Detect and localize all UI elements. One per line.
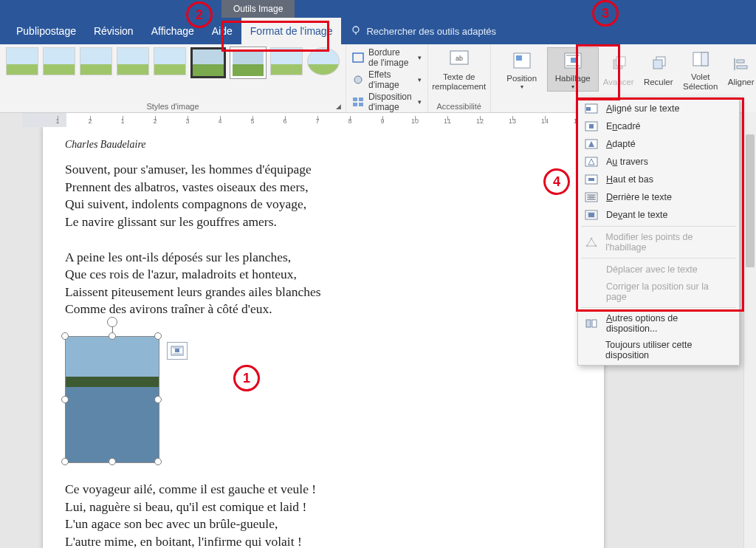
picture-effects-button[interactable]: Effets d'image▾ [352,69,422,90]
wrap-text-menu: AAligné sur le texteligné sur le texte E… [577,97,740,366]
svg-text:ab: ab [456,55,463,62]
svg-rect-48 [588,213,594,217]
resize-handle-br[interactable] [154,458,162,465]
author-line: Charles Baudelaire [65,139,582,151]
send-backward-button[interactable]: Reculer [639,47,678,92]
menu-front[interactable]: Devant le texte [578,206,739,224]
menu-behind[interactable]: Derrière le texte [578,188,739,206]
tab-publipostage[interactable]: Publipostage [7,18,85,44]
menu-through[interactable]: Au travers [578,153,739,171]
wrap-tight-icon [584,138,599,150]
picture-style-3[interactable] [80,47,112,75]
align-button[interactable]: Aligner [723,47,756,92]
svg-rect-17 [616,57,625,66]
menu-tight[interactable]: Adapté [578,135,739,153]
position-button[interactable]: Position▾ [497,47,547,92]
svg-rect-7 [359,103,363,106]
menu-inline[interactable]: AAligné sur le texteligné sur le texte [578,100,739,117]
layout-options-button[interactable] [167,342,188,360]
wrap-inline-icon [584,103,599,114]
rotate-handle[interactable] [107,317,117,327]
menu-more-layout-options[interactable]: Autres options de disposition... [578,310,739,337]
svg-rect-32 [589,124,594,129]
backward-icon [647,52,670,76]
alt-text-button[interactable]: ab Texte de remplacement [434,47,484,92]
align-icon [729,52,753,76]
picture-style-9[interactable] [307,47,340,75]
effects-icon [352,74,364,86]
more-options-icon [584,318,599,329]
svg-point-0 [353,27,359,32]
dialog-launcher-icon[interactable]: ◢ [336,103,341,110]
border-icon [352,52,364,64]
tab-aide[interactable]: Aide [203,18,241,44]
wrap-text-button[interactable]: Habillage▾ [547,47,599,92]
svg-point-51 [594,245,597,247]
menu-set-default[interactable]: Toujours utiliser cette disposition [578,337,739,363]
resize-handle-l[interactable] [61,396,69,403]
wrap-icon [561,49,585,72]
group-label-accessibility: Accessibilité [434,102,484,111]
picture-border-button[interactable]: Bordure de l'image▾ [352,47,422,68]
picture-style-6[interactable] [190,47,226,78]
resize-handle-t[interactable] [109,332,116,340]
picture-layout-button[interactable]: Disposition d'image▾ [352,92,422,112]
svg-rect-23 [737,60,744,63]
menu-square[interactable]: Encadré [578,117,739,135]
wrap-through-icon [584,156,599,168]
menu-fix-position: Corriger la position sur la page [578,278,739,305]
tell-me-search[interactable]: Rechercher des outils adaptés [350,25,496,37]
resize-handle-tl[interactable] [61,332,69,340]
tab-revision[interactable]: Révision [85,18,142,44]
svg-rect-30 [586,107,591,111]
svg-rect-54 [592,320,597,327]
picture-style-7[interactable] [230,47,266,78]
svg-rect-38 [588,178,594,181]
stanza-1: Souvent, pour s'amuser, les hommes d'équ… [65,161,582,231]
picture-style-2[interactable] [43,47,75,75]
inserted-image[interactable] [65,336,158,462]
scrollbar-thumb[interactable] [746,134,755,267]
resize-handle-tr[interactable] [154,332,162,340]
wrap-behind-icon [584,191,599,203]
bring-forward-button[interactable]: Avancer [599,47,639,92]
resize-handle-r[interactable] [154,396,162,403]
menu-edit-wrap-points: Modifier les points de l'habillage [578,229,739,256]
svg-point-3 [354,76,362,83]
group-label-styles: Styles d'image◢ [6,102,340,111]
svg-rect-11 [516,55,522,61]
resize-handle-bl[interactable] [61,458,69,465]
contextual-tab-image-tools[interactable]: Outils Image [221,0,295,18]
title-bar: ord Outils Image [0,0,756,18]
group-picture-format: Bordure de l'image▾ Effets d'image▾ Disp… [346,44,428,112]
tab-format-image[interactable]: Format de l'image [241,18,342,44]
svg-rect-6 [353,103,357,106]
forward-icon [607,52,630,76]
stanza-3: Ce voyageur ailé, comme il est gauche et… [65,481,582,548]
tell-me-label: Rechercher des outils adaptés [366,26,496,37]
page[interactable]: Charles Baudelaire Souvent, pour s'amuse… [43,127,604,548]
picture-style-1[interactable] [6,47,38,75]
svg-rect-53 [586,320,591,327]
svg-rect-19 [653,60,662,69]
lightbulb-icon [350,25,362,37]
svg-rect-2 [353,53,363,62]
menu-topbottom[interactable]: Haut et bas [578,171,739,188]
svg-rect-5 [359,97,363,101]
selection-pane-button[interactable]: Volet Sélection [678,47,723,92]
svg-rect-13 [571,58,576,63]
position-icon [510,49,534,72]
vertical-scrollbar[interactable] [743,112,756,548]
picture-style-4[interactable] [117,47,149,75]
resize-handle-b[interactable] [109,458,116,465]
svg-point-52 [585,245,588,247]
picture-style-8[interactable] [270,47,303,75]
group-accessibility: ab Texte de remplacement Accessibilité [428,44,491,112]
image-content [65,336,159,463]
svg-rect-21 [701,52,708,66]
picture-style-5[interactable] [154,47,186,75]
svg-rect-24 [737,66,747,69]
group-picture-styles: Styles d'image◢ [0,44,346,112]
tab-affichage[interactable]: Affichage [142,18,203,44]
wrap-topbottom-icon [584,174,599,185]
